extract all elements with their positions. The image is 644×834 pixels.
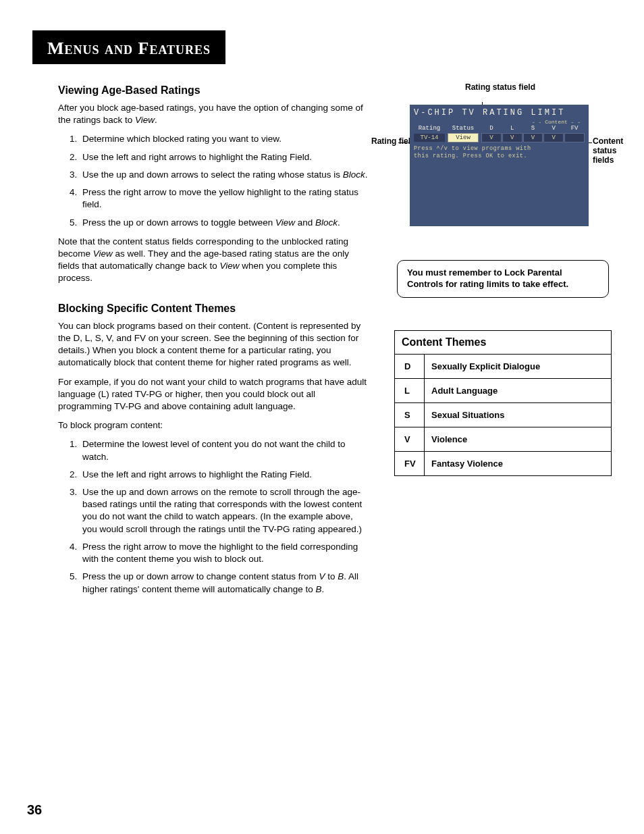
tv-header-row: Rating Status D L S V FV [414,125,585,132]
list-item: Use the left and right arrows to highlig… [80,469,369,481]
list-item: Press the up or down arrows to toggle be… [80,217,369,229]
list-item: Determine the lowest level of content yo… [80,438,369,463]
paragraph: For example, if you do not want your chi… [58,376,369,413]
section-heading: Viewing Age-Based Ratings [58,84,369,97]
list-item: Use the up and down arrows on the remote… [80,486,369,536]
rating-field-cell: TV-14 [414,134,445,142]
table-row: SSexual Situations [395,402,612,427]
section-heading: Blocking Specific Content Themes [58,303,369,315]
list-item: Use the left and right arrows to highlig… [80,151,369,163]
table-header: Content Themes [395,330,612,354]
tv-title: V-CHIP TV RATING LIMIT [414,108,585,118]
section-viewing-ratings: Viewing Age-Based Ratings After you bloc… [58,84,369,285]
list-item: Use the up and down arrows to select the… [80,169,369,181]
sidebar-column: Rating status field Rating field Content… [394,84,612,613]
chapter-header: Menus and Features [32,30,225,64]
page-number: 36 [27,802,42,818]
section-blocking-themes: Blocking Specific Content Themes You can… [58,303,369,596]
steps-list: Determine which blocked rating you want … [58,133,369,228]
intro-paragraph: After you block age-based ratings, you h… [58,102,369,126]
note-paragraph: Note that the content status fields corr… [58,236,369,285]
table-row: VViolence [395,427,612,451]
content-themes-table: Content Themes DSexually Explicit Dialog… [394,330,612,476]
list-item: Press the right arrow to move the highli… [80,541,369,565]
list-item: Press the up or down arrow to change con… [80,571,369,595]
list-item: Press the right arrow to move the yellow… [80,186,369,211]
tv-data-row: TV-14 View V V V V [414,133,585,142]
main-text-column: Viewing Age-Based Ratings After you bloc… [58,84,369,613]
paragraph: To block program content: [58,419,369,432]
content-status-cells: V V V V [481,133,585,142]
warning-note: You must remember to Lock Parental Contr… [397,260,609,298]
table-row: LAdult Language [395,378,612,402]
table-row: DSexually Explicit Dialogue [395,354,612,378]
steps-list: Determine the lowest level of content yo… [58,438,369,595]
table-row: FVFantasy Violence [395,451,612,475]
figure-label-left: Rating field [371,137,415,147]
rating-status-cell: View [448,133,479,142]
figure-label-top: Rating status field [465,83,535,93]
paragraph: You can block programs based on their co… [58,320,369,369]
vchip-figure: Rating status field Rating field Content… [394,84,612,233]
figure-label-right: Content status fields [593,137,623,165]
tv-screen: V-CHIP TV RATING LIMIT - - Content - - R… [410,105,589,226]
list-item: Determine which blocked rating you want … [80,133,369,145]
tv-instruction: Press ^/v to view programs with this rat… [414,145,585,159]
tv-content-label: - - Content - - [414,119,585,125]
